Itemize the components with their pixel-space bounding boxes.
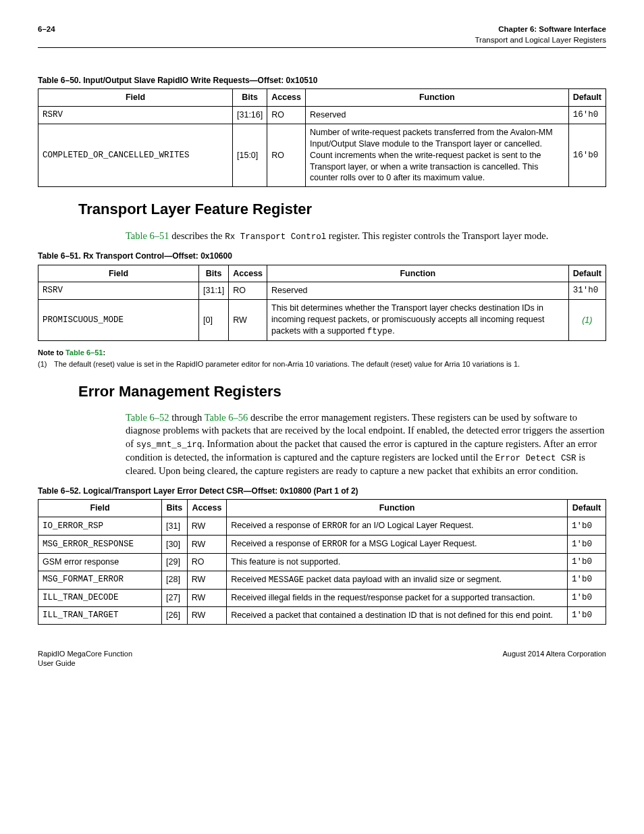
table-header-row: Field Bits Access Function Default: [38, 89, 606, 107]
table-52: Field Bits Access Function Default IO_ER…: [38, 499, 606, 624]
field-cell: RSRV: [38, 282, 199, 300]
table-row: RSRV [31:1] RO Reserved 31'h0: [38, 282, 606, 300]
table-52-caption: Table 6–52. Logical/Transport Layer Erro…: [38, 486, 606, 496]
table-51-caption: Table 6–51. Rx Transport Control—Offset:…: [38, 251, 606, 261]
table-51: Field Bits Access Function Default RSRV …: [38, 265, 606, 341]
table-50-caption: Table 6–50. Input/Output Slave RapidIO W…: [38, 75, 606, 86]
default-cell: 1'b0: [567, 606, 606, 624]
bits-cell: [31:16]: [233, 107, 267, 124]
field-cell: COMPLETED_OR_CANCELLED_WRITES: [38, 124, 233, 186]
table-row: RSRV [31:16] RO Reserved 16'h0: [38, 107, 606, 124]
col-default: Default: [568, 89, 606, 107]
default-cell: 1'b0: [567, 554, 606, 571]
function-cell: This bit determines whether the Transpor…: [267, 300, 569, 341]
function-cell: Received a packet that contained a desti…: [227, 606, 568, 624]
section-body: Table 6–51 describes the Rx Transport Co…: [126, 230, 606, 243]
col-bits: Bits: [233, 89, 267, 107]
field-cell: IO_ERROR_RSP: [38, 517, 162, 536]
bits-cell: [31:1]: [199, 282, 229, 300]
page-footer: RapidIO MegaCore Function User Guide Aug…: [38, 649, 606, 669]
access-cell: RO: [187, 554, 227, 571]
col-function: Function: [227, 500, 568, 517]
section-body: Table 6–52 through Table 6–56 describe t…: [126, 411, 606, 477]
section-title-error: Error Management Registers: [78, 382, 606, 402]
field-cell: MSG_FORMAT_ERROR: [38, 571, 162, 589]
bits-cell: [27]: [162, 589, 188, 606]
table-row: PROMISCUOUS_MODE [0] RW This bit determi…: [38, 300, 606, 341]
function-cell: Reserved: [267, 282, 569, 300]
bits-cell: [28]: [162, 571, 188, 589]
access-cell: RW: [187, 517, 227, 536]
default-cell: 1'b0: [567, 589, 606, 606]
bits-cell: [29]: [162, 554, 188, 571]
bits-cell: [31]: [162, 517, 188, 536]
table-row: MSG_FORMAT_ERROR[28]RWReceived MESSAGE p…: [38, 571, 606, 589]
default-cell: 1'b0: [567, 517, 606, 536]
default-cell: 1'b0: [567, 536, 606, 554]
note-text: The default (reset) value is set in the …: [54, 359, 520, 369]
page-number: 6–24: [38, 24, 55, 45]
bits-cell: [15:0]: [233, 124, 267, 186]
default-cell: 1'b0: [567, 571, 606, 589]
col-function: Function: [267, 265, 569, 282]
footer-right: August 2014 Altera Corporation: [503, 649, 607, 669]
field-cell: MSG_ERROR_RESPONSE: [38, 536, 162, 554]
col-default: Default: [568, 265, 606, 282]
access-cell: RO: [267, 124, 306, 186]
table-note-header: Note to Table 6–51:: [38, 348, 606, 358]
table-50: Field Bits Access Function Default RSRV …: [38, 88, 606, 187]
default-cell: (1): [568, 300, 606, 341]
chapter-info: Chapter 6: Software Interface Transport …: [475, 24, 606, 45]
section-title-transport: Transport Layer Feature Register: [78, 199, 606, 219]
col-field: Field: [38, 500, 162, 517]
bits-cell: [30]: [162, 536, 188, 554]
access-cell: RW: [229, 300, 267, 341]
field-cell: ILL_TRAN_DECODE: [38, 589, 162, 606]
chapter-title: Chapter 6: Software Interface: [475, 24, 606, 35]
table-row: ILL_TRAN_TARGET[26]RWReceived a packet t…: [38, 606, 606, 624]
table-row: COMPLETED_OR_CANCELLED_WRITES [15:0] RO …: [38, 124, 606, 186]
footnote-ref[interactable]: (1): [582, 315, 592, 325]
table-row: MSG_ERROR_RESPONSE[30]RWReceived a respo…: [38, 536, 606, 554]
default-cell: 16'h0: [568, 107, 606, 124]
table-row: GSM error response[29]ROThis feature is …: [38, 554, 606, 571]
table-header-row: Field Bits Access Function Default: [38, 500, 606, 517]
access-cell: RO: [229, 282, 267, 300]
table-link[interactable]: Table 6–52: [126, 412, 169, 423]
col-access: Access: [267, 89, 306, 107]
col-default: Default: [567, 500, 606, 517]
function-cell: Number of write-request packets transfer…: [306, 124, 569, 186]
note-number: (1): [38, 359, 54, 369]
field-cell: GSM error response: [38, 554, 162, 571]
footer-left: RapidIO MegaCore Function User Guide: [38, 649, 132, 669]
col-function: Function: [306, 89, 569, 107]
table-row: ILL_TRAN_DECODE[27]RWReceived illegal fi…: [38, 589, 606, 606]
col-access: Access: [229, 265, 267, 282]
access-cell: RW: [187, 589, 227, 606]
table-row: IO_ERROR_RSP[31]RWReceived a response of…: [38, 517, 606, 536]
table-link[interactable]: Table 6–51: [126, 230, 169, 241]
bits-cell: [0]: [199, 300, 229, 341]
col-field: Field: [38, 265, 199, 282]
function-cell: This feature is not supported.: [227, 554, 568, 571]
access-cell: RO: [267, 107, 306, 124]
function-cell: Received a response of ERROR for an I/O …: [227, 517, 568, 536]
access-cell: RW: [187, 536, 227, 554]
field-cell: PROMISCUOUS_MODE: [38, 300, 199, 341]
table-link[interactable]: Table 6–51: [65, 348, 103, 357]
function-cell: Received illegal fields in the request/r…: [227, 589, 568, 606]
table-note-item: (1) The default (reset) value is set in …: [38, 359, 606, 369]
col-bits: Bits: [199, 265, 229, 282]
access-cell: RW: [187, 606, 227, 624]
field-cell: ILL_TRAN_TARGET: [38, 606, 162, 624]
bits-cell: [26]: [162, 606, 188, 624]
access-cell: RW: [187, 571, 227, 589]
col-field: Field: [38, 89, 233, 107]
function-cell: Reserved: [306, 107, 569, 124]
function-cell: Received a response of ERROR for a MSG L…: [227, 536, 568, 554]
default-cell: 31'h0: [568, 282, 606, 300]
col-access: Access: [187, 500, 227, 517]
table-link[interactable]: Table 6–56: [205, 412, 248, 423]
page-header: 6–24 Chapter 6: Software Interface Trans…: [38, 24, 606, 48]
chapter-subtitle: Transport and Logical Layer Registers: [475, 35, 606, 46]
